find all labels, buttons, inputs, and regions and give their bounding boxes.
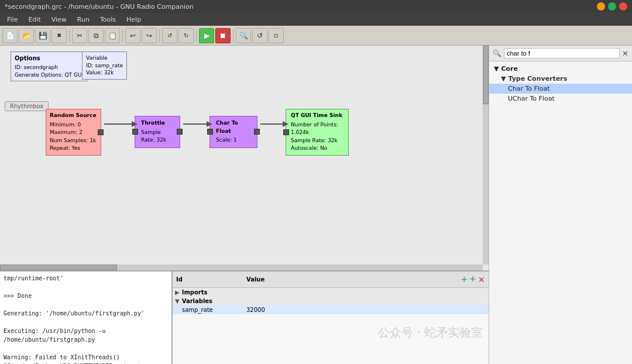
separator-2: [122, 29, 123, 42]
variable-block[interactable]: Variable ID: samp_rate Value: 32k: [82, 51, 127, 80]
minimize-button[interactable]: [597, 2, 605, 11]
block-library-panel: 🔍 ✕ ▼ Core ▼ Type Converters Char To Flo…: [489, 46, 632, 364]
char-to-float-input-port: [207, 129, 213, 135]
console-line-7: Executing: /usr/bin/python -u /home/ubun…: [4, 327, 168, 344]
close-button[interactable]: [619, 2, 627, 11]
vertical-scrollbar[interactable]: [483, 46, 489, 265]
search-clear-button[interactable]: ✕: [622, 49, 628, 58]
imports-section[interactable]: ▶ Imports: [173, 288, 489, 297]
throttle-block[interactable]: Throttle Sample Rate: 32k: [135, 116, 180, 148]
imports-arrow: ▶: [175, 289, 180, 296]
col-header-id: Id: [176, 276, 246, 283]
samp-rate-value: 32000: [246, 307, 485, 313]
tree-category-core[interactable]: ▼ Core: [489, 64, 632, 74]
samp-rate-id: samp_rate: [182, 307, 246, 313]
close-file-button[interactable]: ✖: [51, 28, 67, 43]
random-source-block[interactable]: Random Source Minimum: 0 Maximum: 2 Num …: [46, 109, 101, 156]
qt-gui-points: Number of Points: 1.024k: [291, 121, 344, 137]
maximize-button[interactable]: [608, 2, 616, 11]
menu-help[interactable]: Help: [122, 15, 146, 25]
qt-gui-rate: Sample Rate: 32k: [291, 137, 344, 145]
undo-button[interactable]: ↩: [125, 28, 140, 43]
horizontal-scrollbar[interactable]: [0, 265, 483, 270]
rotate-ccw-button[interactable]: ↺: [162, 28, 177, 43]
menu-file[interactable]: File: [2, 15, 22, 25]
add-variable-button-2[interactable]: +: [469, 273, 476, 286]
variable-id-row: ID: samp_rate: [86, 62, 123, 70]
add-variable-button[interactable]: +: [461, 274, 468, 285]
options-block[interactable]: Options ID: secondgraph Generate Options…: [11, 51, 87, 81]
variable-block-title: Variable: [86, 54, 123, 62]
new-button[interactable]: 📄: [2, 28, 18, 43]
samp-rate-row[interactable]: samp_rate 32000: [173, 305, 489, 314]
console-line-8: [4, 344, 168, 353]
console-output[interactable]: tmp/runtime-root' >>> Done Generating: '…: [0, 272, 173, 364]
char-to-float-block[interactable]: Char To Float Scale: 1: [209, 116, 257, 148]
menu-edit[interactable]: Edit: [23, 15, 45, 25]
copy-button[interactable]: ⧉: [88, 28, 104, 43]
char-to-float-title: Char To Float: [216, 119, 251, 135]
qt-gui-autoscale: Autoscale: No: [291, 145, 344, 153]
qt-gui-sink-title: QT GUI Time Sink: [291, 112, 344, 120]
imports-label: Imports: [182, 289, 208, 296]
menu-tools[interactable]: Tools: [95, 15, 121, 25]
search-icon: 🔍: [493, 49, 502, 57]
core-arrow: ▼: [494, 65, 499, 73]
core-label: Core: [501, 65, 518, 73]
options-gen-row: Generate Options: QT GUI: [15, 71, 83, 79]
save-button[interactable]: 💾: [35, 28, 50, 43]
menu-run[interactable]: Run: [73, 15, 94, 25]
vertical-scrollbar-thumb[interactable]: [483, 46, 489, 104]
random-source-output-port: [98, 129, 104, 135]
zoom-fit-button[interactable]: ⊡: [269, 28, 284, 43]
search-bar: 🔍 ✕: [489, 46, 632, 61]
zoom-out-button[interactable]: ↺: [252, 28, 267, 43]
console-line-6: [4, 318, 168, 327]
rhythmbox-label: Rhythmbox: [5, 101, 49, 111]
redo-button[interactable]: ↪: [142, 28, 157, 43]
separator-4: [196, 29, 197, 42]
random-source-repeat: Repeat: Yes: [50, 145, 97, 153]
console-line-2: [4, 283, 168, 291]
rotate-cw-button[interactable]: ↻: [178, 28, 194, 43]
qt-gui-time-sink-block[interactable]: QT GUI Time Sink Number of Points: 1.024…: [286, 109, 349, 156]
throttle-rate: Sample Rate: 32k: [141, 129, 174, 145]
random-source-samples: Num Samples: 1k: [50, 137, 97, 145]
enable-button[interactable]: ▶: [199, 28, 214, 43]
variables-label: Variables: [182, 298, 212, 304]
stop-button[interactable]: ⏹: [215, 28, 231, 43]
tree-item-uchar-to-float[interactable]: UChar To Float: [489, 94, 632, 104]
console-line-1: tmp/runtime-root': [4, 274, 168, 283]
console-line-9: Warning: Failed to XInitThreads(): [4, 353, 168, 362]
type-converters-arrow: ▼: [501, 75, 506, 83]
throttle-output-port: [177, 129, 183, 135]
type-converters-label: Type Converters: [508, 75, 567, 83]
tree-item-char-to-float[interactable]: Char To Float: [489, 84, 632, 94]
menu-view[interactable]: View: [47, 15, 71, 25]
delete-variable-button[interactable]: ✕: [478, 275, 485, 284]
window-title: *secondgraph.grc - /home/ubuntu - GNU Ra…: [5, 3, 194, 11]
search-input[interactable]: [504, 48, 620, 59]
tree-subcategory-type-converters[interactable]: ▼ Type Converters: [489, 74, 632, 84]
throttle-input-port: [132, 129, 138, 135]
variables-section[interactable]: ▼ Variables: [173, 297, 489, 305]
zoom-in-button[interactable]: 🔍: [236, 28, 251, 43]
paste-button[interactable]: 📋: [105, 28, 120, 43]
variable-val-row: Value: 32k: [86, 69, 123, 77]
options-id-row: ID: secondgraph: [15, 64, 83, 71]
random-source-min: Minimum: 0: [50, 121, 97, 129]
window-controls: [597, 2, 627, 11]
toolbar: 📄 📂 💾 ✖ ✂ ⧉ 📋 ↩ ↪ ↺ ↻ ▶ ⏹ 🔍 ↺ ⊡: [0, 26, 632, 46]
char-to-float-label: Char To Float: [508, 85, 550, 92]
console-line-4: [4, 300, 168, 309]
main-area: Options ID: secondgraph Generate Options…: [0, 46, 632, 364]
cut-button[interactable]: ✂: [72, 28, 87, 43]
flow-canvas[interactable]: Options ID: secondgraph Generate Options…: [0, 46, 489, 270]
uchar-to-float-label: UChar To Float: [508, 95, 555, 102]
open-button[interactable]: 📂: [19, 28, 34, 43]
variables-panel: Id Value + + ✕ ▶ Imports ▼ Variables: [173, 272, 489, 364]
separator-3: [159, 29, 160, 42]
random-source-title: Random Source: [50, 112, 97, 120]
bottom-panel: tmp/runtime-root' >>> Done Generating: '…: [0, 270, 489, 364]
horizontal-scrollbar-thumb[interactable]: [0, 265, 117, 270]
